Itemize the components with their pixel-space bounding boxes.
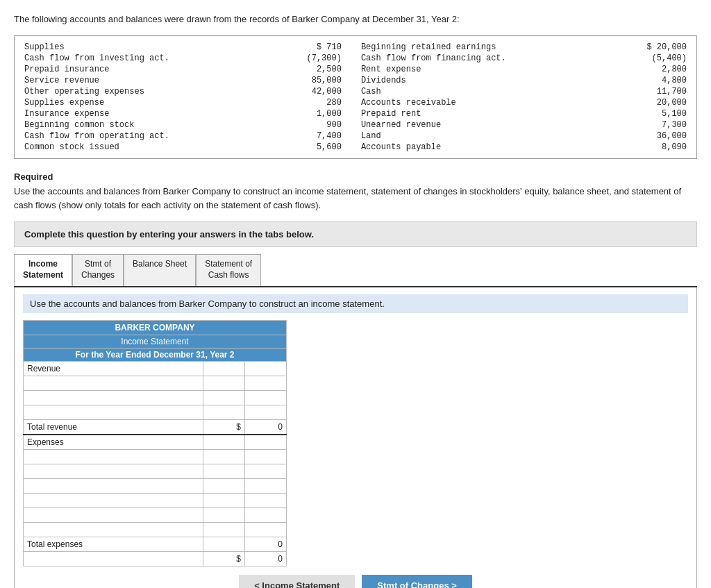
right-label-7: Unearned revenue [358,119,612,131]
expense-input-row-3[interactable] [24,479,287,494]
nav-buttons: < Income Statement Stmt of Changes > [23,575,688,588]
statement-title: Income Statement [24,335,287,348]
company-name: BARKER COMPANY [24,321,287,335]
right-label-8: Land [358,131,612,142]
revenue-input-1[interactable] [27,378,199,388]
tab-instruction: Use the accounts and balances from Barke… [23,294,688,313]
left-label-5: Supplies expense [22,97,276,108]
revenue-label: Revenue [24,362,203,376]
left-value-7: 900 [276,119,344,131]
expense-amount-6[interactable] [207,525,241,535]
left-label-2: Prepaid insurance [22,64,276,75]
expense-input-2[interactable] [27,467,199,476]
total-expenses-label: Total expenses [24,537,203,552]
expense-input-5[interactable] [27,510,199,520]
net-income-label-input[interactable] [27,554,199,564]
right-value-4: 11,700 [612,86,689,97]
revenue-input-row-3[interactable] [24,405,287,420]
left-value-1: (7,300) [276,53,344,64]
statement-period: For the Year Ended December 31, Year 2 [24,348,287,362]
right-label-3: Dividends [358,75,612,86]
right-value-1: (5,400) [612,53,689,64]
left-label-9: Common stock issued [22,142,276,153]
net-income-symbol: $ [203,552,245,566]
expense-input-3[interactable] [27,481,199,491]
tab-statement-of-cash-flows[interactable]: Statement ofCash flows [196,254,261,286]
revenue-amount-2[interactable] [207,393,241,403]
right-value-3: 4,800 [612,75,689,86]
total-revenue-value: 0 [245,420,287,435]
tabs-row: IncomeStatement Stmt ofChanges Balance S… [14,254,697,287]
required-section: Required Use the accounts and balances f… [14,171,697,212]
revenue-amount-1[interactable] [207,378,241,388]
right-label-0: Beginning retained earnings [358,42,612,53]
total-expenses-value: 0 [245,537,287,552]
left-value-9: 5,600 [276,142,344,153]
right-label-9: Accounts payable [358,142,612,153]
right-value-9: 8,090 [612,142,689,153]
tab-balance-sheet[interactable]: Balance Sheet [124,254,196,286]
expense-amount-3[interactable] [207,481,241,491]
left-value-3: 85,000 [276,75,344,86]
revenue-input-row-2[interactable] [24,391,287,405]
expense-amount-2[interactable] [207,467,241,476]
left-label-1: Cash flow from investing act. [22,53,276,64]
expense-input-row-2[interactable] [24,464,287,479]
revenue-input-row-1[interactable] [24,376,287,391]
revenue-input-2[interactable] [27,393,199,403]
prev-button[interactable]: < Income Statement [239,575,355,588]
left-label-7: Beginning common stock [22,119,276,131]
right-value-7: 7,300 [612,119,689,131]
tab-income-statement[interactable]: IncomeStatement [14,254,72,286]
left-value-4: 42,000 [276,86,344,97]
net-income-value: 0 [245,552,287,566]
left-value-8: 7,400 [276,131,344,142]
left-label-4: Other operating expenses [22,86,276,97]
complete-instruction: Complete this question by entering your … [14,221,697,247]
right-label-6: Prepaid rent [358,108,612,119]
income-statement-table: BARKER COMPANY Income Statement For the … [23,320,287,566]
expense-amount-5[interactable] [207,510,241,520]
net-income-row[interactable]: $ 0 [24,552,287,566]
total-revenue-row: Total revenue $ 0 [24,420,287,435]
right-label-4: Cash [358,86,612,97]
expense-input-1[interactable] [27,452,199,462]
expense-input-row-4[interactable] [24,494,287,508]
tab-content: Use the accounts and balances from Barke… [14,287,697,588]
left-value-0: $ 710 [276,42,344,53]
total-expenses-row: Total expenses 0 [24,537,287,552]
required-body: Use the accounts and balances from Barke… [14,185,697,212]
right-label-2: Rent expense [358,64,612,75]
expenses-label: Expenses [24,435,203,450]
intro-text: The following accounts and balances were… [14,14,697,24]
next-button[interactable]: Stmt of Changes > [362,575,472,588]
right-value-6: 5,100 [612,108,689,119]
right-value-5: 20,000 [612,97,689,108]
expense-input-6[interactable] [27,525,199,535]
expense-amount-1[interactable] [207,452,241,462]
accounts-table: Supplies $ 710 Beginning retained earnin… [22,42,689,153]
expense-input-row-5[interactable] [24,508,287,523]
left-value-5: 280 [276,97,344,108]
expense-input-row-6[interactable] [24,523,287,537]
revenue-label-row: Revenue [24,362,287,376]
right-label-1: Cash flow from financing act. [358,53,612,64]
required-title: Required [14,171,697,182]
expense-input-row-1[interactable] [24,450,287,464]
expense-amount-4[interactable] [207,496,241,505]
left-label-0: Supplies [22,42,276,53]
left-label-3: Service revenue [22,75,276,86]
total-revenue-label: Total revenue [24,420,203,435]
total-revenue-symbol: $ [203,420,245,435]
accounts-table-wrapper: Supplies $ 710 Beginning retained earnin… [14,35,697,159]
revenue-input-3[interactable] [27,408,199,417]
right-value-0: $ 20,000 [612,42,689,53]
tab-stmt-of-changes[interactable]: Stmt ofChanges [72,254,124,286]
expenses-label-row: Expenses [24,435,287,450]
left-value-6: 1,000 [276,108,344,119]
right-value-8: 36,000 [612,131,689,142]
left-value-2: 2,500 [276,64,344,75]
revenue-amount-3[interactable] [207,408,241,417]
right-label-5: Accounts receivable [358,97,612,108]
expense-input-4[interactable] [27,496,199,505]
